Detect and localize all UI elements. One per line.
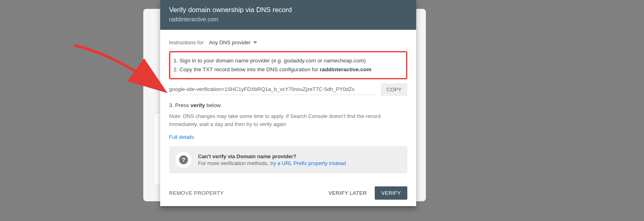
step-3: 3. Press verify below	[169, 102, 407, 108]
verify-later-button[interactable]: VERIFY LATER	[323, 187, 372, 199]
step-1-prefix: 1.	[173, 58, 180, 64]
help-content: Can't verify via Domain name provider? F…	[198, 153, 346, 166]
step-2-text: Copy the TXT record below into the DNS c…	[180, 66, 320, 72]
copy-button[interactable]: COPY	[381, 83, 407, 96]
dialog-actions: REMOVE PROPERTY VERIFY LATER VERIFY	[160, 181, 416, 206]
url-prefix-link[interactable]: try a URL Prefix property instead	[270, 160, 346, 166]
dialog-title: Verify domain ownership via DNS record	[169, 6, 407, 14]
instructions-for-label: Instructions for:	[169, 39, 205, 45]
step-1-text: Sign in to your domain name provider (e.…	[180, 58, 366, 64]
dns-provider-select[interactable]: Any DNS provider	[209, 39, 257, 45]
help-title: Can't verify via Domain name provider?	[198, 153, 346, 159]
txt-record-row: google-site-verification=1SHC1yFDXbRQ1a_…	[169, 83, 407, 96]
step-3-suffix: below	[205, 102, 221, 108]
step-2: 2. Copy the TXT record below into the DN…	[173, 65, 403, 74]
help-text: For more verification methods, try a URL…	[198, 160, 346, 166]
help-box: ? Can't verify via Domain name provider?…	[169, 146, 407, 173]
dialog-domain: raddinteractive.com	[169, 16, 407, 23]
instructions-for-row: Instructions for: Any DNS provider	[169, 39, 407, 45]
help-text-prefix: For more verification methods,	[198, 160, 270, 166]
help-icon: ?	[175, 152, 192, 168]
step-1: 1. Sign in to your domain name provider …	[173, 56, 403, 65]
step-2-domain: raddinteractive.com	[320, 66, 371, 72]
txt-record-value[interactable]: google-site-verification=1SHC1yFDXbRQ1a_…	[169, 85, 376, 95]
verify-button[interactable]: VERIFY	[375, 186, 407, 200]
annotation-highlight-box: 1. Sign in to your domain name provider …	[169, 51, 407, 79]
full-details-link[interactable]: Full details	[169, 134, 194, 140]
chevron-down-icon	[253, 41, 257, 44]
step-3-bold: verify	[190, 102, 205, 108]
dialog-header: Verify domain ownership via DNS record r…	[160, 0, 416, 30]
remove-property-button[interactable]: REMOVE PROPERTY	[169, 190, 224, 196]
dns-provider-selected: Any DNS provider	[209, 39, 251, 45]
dns-note: Note: DNS changes may take some time to …	[169, 112, 386, 128]
question-mark-icon: ?	[179, 155, 188, 164]
step-2-prefix: 2.	[173, 66, 180, 72]
step-3-prefix: 3. Press	[169, 102, 190, 108]
dialog-body: Instructions for: Any DNS provider 1. Si…	[160, 30, 416, 181]
verify-domain-dialog: Verify domain ownership via DNS record r…	[160, 0, 416, 206]
